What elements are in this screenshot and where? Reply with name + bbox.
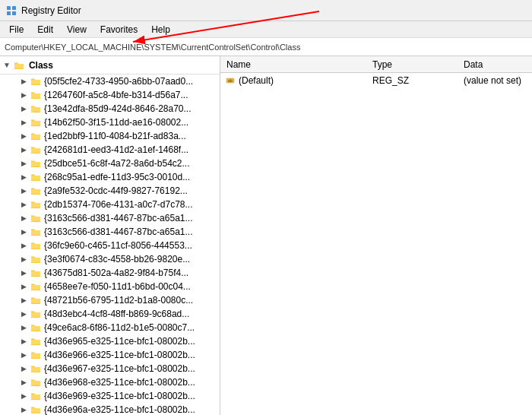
chevron-right-icon: ▶	[21, 187, 29, 195]
tree-node-label: {48721b56-6795-11d2-b1a8-0080c...	[44, 295, 193, 306]
tree-node[interactable]: ▶ {4658ee7e-f050-11d1-b6bd-00c04...	[0, 280, 220, 293]
chevron-right-icon: ▶	[21, 365, 29, 372]
chevron-right-icon: ▶	[21, 105, 29, 112]
menu-edit[interactable]: Edit	[31, 23, 59, 36]
folder-icon	[30, 336, 41, 347]
tree-node[interactable]: ▶ {3163c566-d381-4467-87bc-a65a1...	[0, 211, 220, 225]
tree-node-label: {3163c566-d381-4467-87bc-a65a1...	[44, 213, 193, 223]
tree-node[interactable]: ▶ {48d3ebc4-4cf8-48ff-b869-9c68ad...	[0, 307, 220, 321]
chevron-right-icon: ▶	[21, 78, 29, 85]
chevron-right-icon: ▶	[21, 324, 29, 331]
chevron-right-icon: ▶	[21, 119, 29, 126]
folder-icon	[30, 254, 41, 265]
tree-node[interactable]: ▶ {2a9fe532-0cdc-44f9-9827-76192...	[0, 184, 220, 198]
tree-node[interactable]: ▶ {3163c566-d381-4467-87bc-a65a1...	[0, 225, 220, 239]
chevron-right-icon: ▶	[21, 201, 29, 208]
tree-node[interactable]: ▶ {1ed2bbf9-11f0-4084-b21f-ad83a...	[0, 129, 220, 143]
tree-node[interactable]: ▶ {4d36e965-e325-11ce-bfc1-08002b...	[0, 334, 220, 348]
tree-node[interactable]: ▶ {4d36e969-e325-11ce-bfc1-08002b...	[0, 389, 220, 403]
folder-icon	[30, 185, 41, 196]
reg-name-value: (Default)	[239, 75, 274, 86]
tree-node-label: {2db15374-706e-4131-a0c7-d7c78...	[44, 199, 193, 210]
tree-node[interactable]: ▶ {4d36e966-e325-11ce-bfc1-08002b...	[0, 348, 220, 362]
tree-node-label: {1264760f-a5c8-4bfe-b314-d56a7...	[44, 90, 188, 100]
svg-rect-0	[7, 6, 11, 10]
chevron-right-icon: ▶	[21, 379, 29, 386]
chevron-right-icon: ▶	[21, 351, 29, 359]
tree-node-label: {05f5cfe2-4733-4950-a6bb-07aad0...	[44, 76, 193, 87]
svg-rect-1	[12, 6, 16, 10]
chevron-right-icon: ▶	[21, 296, 29, 304]
folder-icon	[30, 76, 41, 87]
address-path: Computer\HKEY_LOCAL_MACHINE\SYSTEM\Curre…	[5, 43, 300, 52]
folder-icon	[30, 144, 41, 155]
chevron-right-icon: ▶	[21, 160, 29, 167]
tree-node[interactable]: ▶ {2db15374-706e-4131-a0c7-d7c78...	[0, 198, 220, 211]
tree-panel[interactable]: ▼ Class ▶ {05f5cfe2-4733-4950-a6bb-07aad…	[0, 56, 220, 415]
tree-node[interactable]: ▶ {25dbce51-6c8f-4a72-8a6d-b54c2...	[0, 157, 220, 170]
svg-text:ab: ab	[228, 78, 233, 83]
reg-type-cell: REG_SZ	[372, 75, 464, 86]
tree-node[interactable]: ▶ {43675d81-502a-4a82-9f84-b75f4...	[0, 266, 220, 280]
tree-node-label: {4d36e966-e325-11ce-bfc1-08002b...	[44, 350, 195, 360]
address-bar: Computer\HKEY_LOCAL_MACHINE\SYSTEM\Curre…	[0, 38, 532, 56]
folder-icon	[30, 199, 41, 210]
menu-help[interactable]: Help	[145, 23, 176, 36]
chevron-right-icon: ▶	[21, 269, 29, 277]
tree-node[interactable]: ▶ {4d36e967-e325-11ce-bfc1-08002b...	[0, 362, 220, 375]
registry-row[interactable]: ab (Default) REG_SZ (value not set)	[220, 73, 532, 88]
folder-icon	[30, 131, 41, 141]
tree-node-label: {25dbce51-6c8f-4a72-8a6d-b54c2...	[44, 158, 189, 169]
chevron-right-icon: ▶	[21, 173, 29, 181]
tree-node[interactable]: ▶ {4d36e968-e325-11ce-bfc1-08002b...	[0, 375, 220, 389]
tree-node[interactable]: ▶ {268c95a1-edfe-11d3-95c3-0010d...	[0, 170, 220, 184]
tree-node-label: {43675d81-502a-4a82-9f84-b75f4...	[44, 268, 188, 278]
chevron-right-icon: ▶	[21, 228, 29, 236]
tree-node[interactable]: ▶ {14b62f50-3f15-11dd-ae16-08002...	[0, 116, 220, 129]
tree-node[interactable]: ▶ {13e42dfa-85d9-424d-8646-28a70...	[0, 102, 220, 116]
chevron-right-icon: ▶	[21, 255, 29, 263]
tree-node[interactable]: ▶ {4d36e96a-e325-11ce-bfc1-08002b...	[0, 403, 220, 415]
tree-node[interactable]: ▶ {49ce6ac8-6f86-11d2-b1e5-0080c7...	[0, 321, 220, 334]
menu-view[interactable]: View	[61, 23, 93, 36]
chevron-right-icon: ▶	[21, 310, 29, 318]
tree-node-label: {4d36e968-e325-11ce-bfc1-08002b...	[44, 377, 195, 388]
chevron-right-icon: ▶	[21, 242, 29, 249]
col-header-data: Data	[464, 59, 532, 70]
folder-icon	[30, 90, 41, 100]
chevron-right-icon: ▶	[21, 337, 29, 345]
registry-rows-container: ab (Default) REG_SZ (value not set)	[220, 73, 532, 415]
tree-node[interactable]: ▶ {48721b56-6795-11d2-b1a8-0080c...	[0, 293, 220, 307]
folder-icon	[30, 103, 41, 114]
chevron-right-icon: ▶	[21, 392, 29, 400]
chevron-right-icon: ▶	[21, 91, 29, 99]
tree-node-label: {1ed2bbf9-11f0-4084-b21f-ad83a...	[44, 131, 186, 141]
title-bar: Registry Editor	[0, 0, 532, 21]
menu-bar: File Edit View Favorites Help	[0, 21, 532, 38]
tree-root-node[interactable]: ▼ Class	[0, 56, 220, 74]
folder-icon	[30, 268, 41, 278]
tree-node-label: {4d36e965-e325-11ce-bfc1-08002b...	[44, 336, 195, 347]
tree-node[interactable]: ▶ {1264760f-a5c8-4bfe-b314-d56a7...	[0, 88, 220, 102]
tree-node[interactable]: ▶ {242681d1-eed3-41d2-a1ef-1468f...	[0, 143, 220, 157]
tree-node[interactable]: ▶ {05f5cfe2-4733-4950-a6bb-07aad0...	[0, 74, 220, 88]
folder-icon	[30, 391, 41, 401]
chevron-right-icon: ▶	[21, 406, 29, 413]
folder-icon	[30, 117, 41, 128]
tree-node-label: {36fc9e60-c465-11cf-8056-444553...	[44, 240, 192, 251]
folder-icon	[30, 281, 41, 292]
reg-name-cell: ab (Default)	[220, 75, 372, 86]
tree-node[interactable]: ▶ {36fc9e60-c465-11cf-8056-444553...	[0, 239, 220, 252]
tree-root-label: Class	[29, 60, 53, 71]
folder-icon	[30, 227, 41, 237]
col-header-name: Name	[220, 59, 372, 70]
menu-file[interactable]: File	[3, 23, 30, 36]
reg-data-cell: (value not set)	[464, 75, 532, 86]
tree-node-label: {268c95a1-edfe-11d3-95c3-0010d...	[44, 172, 190, 182]
svg-rect-3	[12, 11, 16, 15]
chevron-right-icon: ▶	[21, 132, 29, 140]
tree-node[interactable]: ▶ {3e3f0674-c83c-4558-bb26-9820e...	[0, 252, 220, 266]
tree-node-label: {3163c566-d381-4467-87bc-a65a1...	[44, 227, 193, 237]
folder-icon	[30, 377, 41, 388]
menu-favorites[interactable]: Favorites	[94, 23, 144, 36]
